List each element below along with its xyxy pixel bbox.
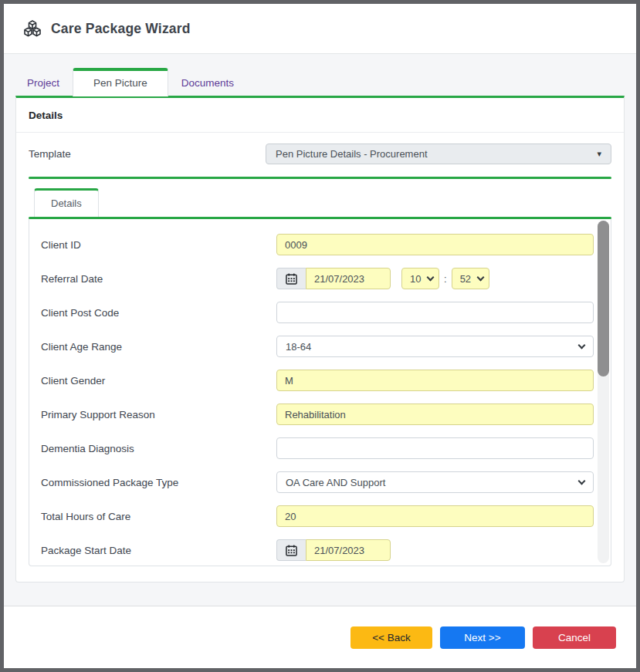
- field-label: Dementia Diagnosis: [29, 443, 276, 454]
- form-scroll-area: Client ID Referral Date: [29, 219, 611, 566]
- field-row-client-post-code: Client Post Code: [29, 295, 611, 329]
- field-row-client-gender: Client Gender: [29, 363, 611, 397]
- field-row-dementia-diagnosis: Dementia Diagnosis: [29, 431, 611, 465]
- chevron-down-icon: [578, 341, 586, 349]
- field-label: Client Age Range: [29, 341, 276, 353]
- select-value: 18-64: [286, 341, 579, 353]
- primary-support-reason-input[interactable]: [276, 404, 594, 425]
- wizard-window: Care Package Wizard Project Pen Picture …: [0, 0, 640, 672]
- wizard-footer: << Back Next >> Cancel: [4, 606, 636, 668]
- tab-pen-picture[interactable]: Pen Picture: [73, 68, 168, 96]
- client-age-range-select[interactable]: 18-64: [276, 336, 594, 357]
- chevron-down-icon: [427, 273, 435, 281]
- field-label: Client ID: [29, 239, 276, 251]
- field-label: Commissioned Package Type: [29, 477, 276, 488]
- field-label: Client Post Code: [29, 307, 276, 319]
- time-separator: :: [444, 273, 447, 285]
- field-row-referral-date: Referral Date: [29, 262, 611, 295]
- field-label: Primary Support Reason: [29, 409, 276, 420]
- caret-down-icon: ▾: [597, 149, 601, 159]
- template-select-value: Pen Picture Details - Procurement: [276, 148, 597, 160]
- wizard-body: Project Pen Picture Documents Details Te…: [4, 54, 636, 606]
- field-row-client-id: Client ID: [29, 228, 611, 262]
- field-row-total-hours-of-care: Total Hours of Care: [29, 499, 611, 533]
- package-start-date-input[interactable]: [306, 539, 391, 561]
- field-row-package-start-date: Package Start Date: [29, 533, 611, 566]
- chevron-down-icon: [578, 477, 586, 485]
- referral-minute-select[interactable]: 52: [452, 268, 489, 289]
- referral-date-input[interactable]: [306, 268, 391, 289]
- select-value: OA Care AND Support: [286, 477, 579, 488]
- field-label: Total Hours of Care: [29, 511, 276, 522]
- panel-top-accent: [29, 177, 611, 179]
- calendar-icon[interactable]: [276, 268, 306, 289]
- field-label: Package Start Date: [29, 545, 276, 556]
- tab-documents[interactable]: Documents: [171, 70, 244, 96]
- inner-tab-details[interactable]: Details: [34, 188, 99, 217]
- template-select[interactable]: Pen Picture Details - Procurement ▾: [266, 144, 611, 164]
- field-row-primary-support-reason: Primary Support Reason: [29, 397, 611, 431]
- template-label: Template: [29, 148, 266, 160]
- details-heading: Details: [29, 110, 63, 121]
- chevron-down-icon: [476, 273, 484, 281]
- details-card-header: Details: [16, 98, 624, 133]
- window-header: Care Package Wizard: [4, 4, 636, 54]
- field-row-commissioned-package-type: Commissioned Package Type OA Care AND Su…: [29, 465, 611, 499]
- hour-value: 10: [410, 273, 428, 285]
- wizard-tabs: Project Pen Picture Documents: [15, 66, 625, 96]
- field-label: Client Gender: [29, 375, 276, 387]
- back-button[interactable]: << Back: [350, 626, 432, 649]
- pen-picture-panel: Details Client ID Referr: [29, 177, 611, 566]
- inner-tabs: Details: [29, 188, 611, 217]
- next-button[interactable]: Next >>: [440, 626, 525, 649]
- client-id-input[interactable]: [276, 234, 594, 255]
- details-card: Details Template Pen Picture Details - P…: [15, 96, 625, 583]
- total-hours-of-care-input[interactable]: [276, 505, 594, 527]
- field-row-client-age-range: Client Age Range 18-64: [29, 329, 611, 363]
- vertical-scrollbar-track[interactable]: [598, 221, 609, 563]
- dementia-diagnosis-input[interactable]: [276, 437, 594, 459]
- calendar-icon[interactable]: [276, 539, 306, 561]
- template-row: Template Pen Picture Details - Procureme…: [29, 144, 611, 164]
- page-title: Care Package Wizard: [51, 21, 191, 37]
- tab-project[interactable]: Project: [17, 70, 69, 96]
- cubes-icon: [22, 19, 42, 38]
- minute-value: 52: [460, 273, 478, 285]
- client-post-code-input[interactable]: [276, 302, 594, 323]
- vertical-scrollbar-thumb[interactable]: [598, 221, 609, 377]
- field-label: Referral Date: [29, 273, 276, 285]
- client-gender-input[interactable]: [276, 370, 594, 391]
- commissioned-package-type-select[interactable]: OA Care AND Support: [276, 471, 594, 493]
- referral-hour-select[interactable]: 10: [401, 268, 439, 289]
- cancel-button[interactable]: Cancel: [533, 626, 616, 649]
